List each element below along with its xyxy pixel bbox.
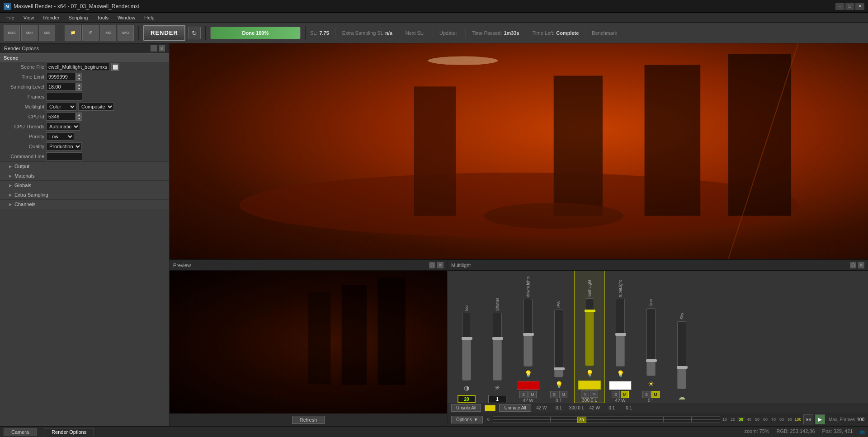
sampling-level-input[interactable] xyxy=(46,83,75,91)
ml-shutter-track[interactable] xyxy=(493,313,502,381)
scene-file-input[interactable] xyxy=(46,63,109,71)
ml-sun-track[interactable] xyxy=(646,308,656,376)
open-button[interactable]: 📁 xyxy=(65,25,81,41)
multilight-close-button[interactable]: ✕ xyxy=(858,262,864,268)
menu-view[interactable]: View xyxy=(19,14,39,21)
timeline-marker[interactable]: 30 xyxy=(577,417,586,423)
ml-sun-solo-btn[interactable]: S xyxy=(642,391,651,398)
timeline-track[interactable]: 30 xyxy=(493,416,720,423)
ml-bathlight-track[interactable] xyxy=(585,298,594,366)
ml-downlights-solo-btn[interactable]: S xyxy=(519,391,528,398)
ml-downlights-color[interactable] xyxy=(517,381,539,390)
time-limit-down[interactable]: ▼ xyxy=(76,77,82,81)
refresh-button[interactable]: Refresh xyxy=(292,416,325,424)
output-header[interactable]: ▶ Output xyxy=(0,162,169,171)
extra-sampling-header[interactable]: ▶ Extra Sampling xyxy=(0,190,169,199)
frames-input[interactable] xyxy=(46,93,82,101)
cpu-id-input[interactable] xyxy=(46,113,75,121)
ml-iso-handle[interactable] xyxy=(462,337,472,340)
ml-tubelight-mute-btn[interactable]: M xyxy=(621,391,629,398)
ml-unmute-button[interactable]: Unmute All xyxy=(499,404,531,412)
menu-tools[interactable]: Tools xyxy=(92,14,113,21)
render-options-header[interactable]: Render Options – ✕ xyxy=(0,43,169,53)
menu-render[interactable]: Render xyxy=(38,14,64,21)
mxi2-button[interactable]: MXI xyxy=(39,25,55,41)
ml-ies-track[interactable] xyxy=(554,310,563,377)
ml-bathlight-handle[interactable] xyxy=(585,310,595,312)
minimize-button[interactable]: ─ xyxy=(835,3,844,10)
next-sl-label: Next SL: xyxy=(406,30,425,36)
title-bar: M Maxwell Render - x64 - 07_03_Maxwell_R… xyxy=(0,0,868,13)
cpu-threads-select[interactable]: Automatic Manual xyxy=(46,122,80,131)
sampling-level-up[interactable]: ▲ xyxy=(76,83,82,87)
tl-play-button[interactable]: ▶ xyxy=(815,414,825,424)
ml-sun-mute-btn[interactable]: M xyxy=(651,391,660,398)
render-button[interactable]: RENDER xyxy=(143,25,185,41)
ml-tubelight-solo-btn[interactable]: S xyxy=(612,391,620,398)
materials-header[interactable]: ▶ Materials xyxy=(0,171,169,180)
ml-bathlight-color[interactable] xyxy=(578,381,601,390)
ml-footer-val3: 300.0 L xyxy=(569,405,584,410)
ml-shutter-handle[interactable] xyxy=(492,337,503,340)
panel-pin-button[interactable]: – xyxy=(151,45,157,52)
command-line-row: Command Line xyxy=(0,151,169,161)
mxi-open-button[interactable]: MXS xyxy=(4,25,20,41)
ml-options-button[interactable]: Options ▼ xyxy=(451,416,483,423)
tab-render-options[interactable]: Render Options xyxy=(44,428,94,436)
multilight-controls: ⬡ ✕ xyxy=(850,262,864,268)
refresh-icon[interactable]: ↻ xyxy=(188,27,201,39)
menu-file[interactable]: File xyxy=(2,14,19,21)
tl-rewind-button[interactable]: ⏮ xyxy=(803,414,813,424)
ml-sun-handle[interactable] xyxy=(646,359,657,362)
ml-sky-handle[interactable] xyxy=(677,366,688,369)
channels-header[interactable]: ▶ Channels xyxy=(0,200,169,209)
ml-ies-label: IES xyxy=(557,272,561,308)
tab-camera[interactable]: Camera xyxy=(4,428,37,436)
panel-controls: – ✕ xyxy=(151,45,165,52)
ml-unsolo-button[interactable]: Unsolo All xyxy=(451,404,481,412)
preview-pin-button[interactable]: ⬡ xyxy=(429,262,435,268)
ml-tubelight-color[interactable] xyxy=(609,381,632,390)
ml-ies-solo-btn[interactable]: S xyxy=(550,391,558,398)
menu-help[interactable]: Help xyxy=(140,14,159,21)
priority-select[interactable]: Low Normal High xyxy=(46,132,74,141)
quality-select[interactable]: Production Draft xyxy=(46,142,82,150)
multilight-select1[interactable]: Color Intensity xyxy=(46,103,76,111)
ml-downlights-track[interactable] xyxy=(524,299,533,367)
svg-rect-2 xyxy=(554,76,603,216)
maximize-button[interactable]: □ xyxy=(845,3,854,10)
multilight-pin-button[interactable]: ⬡ xyxy=(850,262,856,268)
benchmark-label: Benchmark xyxy=(592,30,617,36)
ml-ies-mute-btn[interactable]: M xyxy=(559,391,567,398)
ml-ies-handle[interactable] xyxy=(554,367,565,370)
ml-sky-track[interactable] xyxy=(677,321,686,389)
multilight-select2[interactable]: Composite Separate xyxy=(78,103,114,111)
menu-window[interactable]: Window xyxy=(113,14,140,21)
command-line-input[interactable] xyxy=(46,152,82,160)
ml-downlights-handle[interactable] xyxy=(523,333,534,336)
close-button[interactable]: ✕ xyxy=(855,3,864,10)
ml-bathlight-mute-btn[interactable]: M xyxy=(590,390,598,398)
ml-tubelight-handle[interactable] xyxy=(615,333,626,336)
ml-iso-track[interactable] xyxy=(462,313,471,381)
export-button[interactable]: IMG xyxy=(100,25,116,41)
preview-close-button[interactable]: ✕ xyxy=(437,262,443,268)
ml-downlights-mute-btn[interactable]: M xyxy=(528,391,537,398)
menu-scripting[interactable]: Scripting xyxy=(64,14,92,21)
time-limit-input[interactable] xyxy=(46,73,75,81)
ml-downlights-fill xyxy=(524,336,532,366)
ml-tubelight-track[interactable] xyxy=(616,299,625,367)
sampling-level-down[interactable]: ▼ xyxy=(76,87,82,91)
ml-bathlight-solo-btn[interactable]: S xyxy=(581,390,589,398)
cpu-id-down[interactable]: ▼ xyxy=(76,117,82,121)
globals-header[interactable]: ▶ Globals xyxy=(0,181,169,190)
cpu-id-up[interactable]: ▲ xyxy=(76,113,82,117)
export2-button[interactable]: IMG xyxy=(118,25,134,41)
tl-controls: ⏮ ▶ Max_Frames 100 xyxy=(803,414,864,424)
mxi-button[interactable]: MXI xyxy=(21,25,38,41)
preview-controls: ⬡ ✕ xyxy=(429,262,443,268)
time-limit-up[interactable]: ▲ xyxy=(76,73,82,77)
panel-close-button[interactable]: ✕ xyxy=(159,45,165,52)
scene-file-browse-button[interactable]: ⬜ xyxy=(111,63,119,71)
reload-button[interactable]: ↺ xyxy=(82,25,99,41)
